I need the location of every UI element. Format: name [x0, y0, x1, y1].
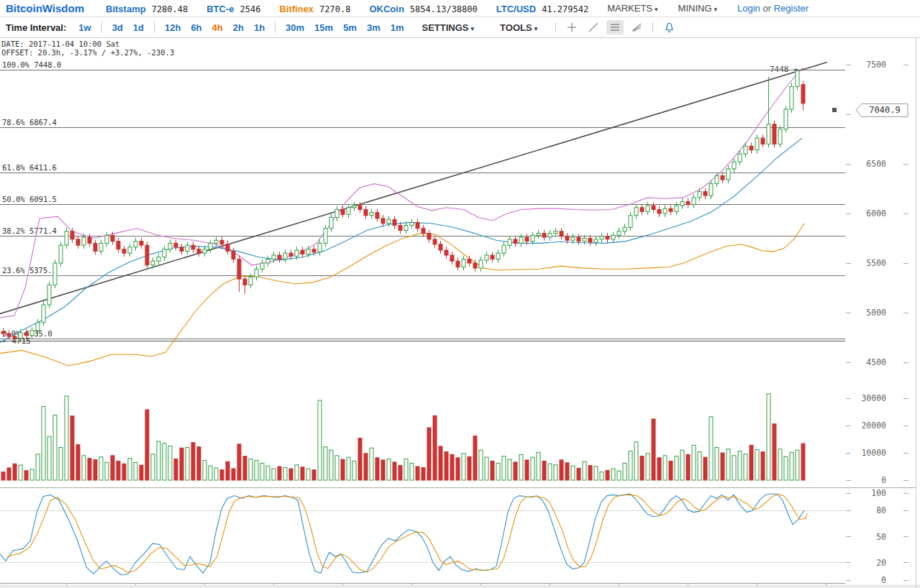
svg-text:100.0% 7448.0: 100.0% 7448.0	[2, 60, 61, 69]
svg-text:61.8% 6411.6: 61.8% 6411.6	[2, 163, 57, 172]
ticker-label[interactable]: LTC/USD	[496, 4, 536, 14]
svg-text:7040.9: 7040.9	[869, 105, 900, 115]
interval-separator	[154, 21, 155, 33]
svg-text:6500: 6500	[866, 159, 886, 169]
interval-15m[interactable]: 15m	[314, 22, 333, 33]
svg-text:100: 100	[871, 488, 886, 498]
svg-text:OFFSET: 20.3h, -3.17% / +3.27%: OFFSET: 20.3h, -3.17% / +3.27%, -230.3	[1, 48, 174, 57]
interval-3m[interactable]: 3m	[367, 22, 381, 33]
svg-text:0: 0	[881, 575, 886, 585]
interval-6h[interactable]: 6h	[191, 22, 201, 33]
bottom-scroll-strip[interactable]	[0, 585, 920, 588]
interval-2h[interactable]: 2h	[233, 22, 244, 33]
price-axis: 7500700065006000550050004500300002000010…	[846, 38, 916, 588]
ticker-value: 5854.13/38800	[410, 4, 478, 14]
site-logo[interactable]: BitcoinWisdom	[6, 2, 84, 14]
ticker-label[interactable]: BTC-e	[206, 4, 234, 14]
ticker-value: 7270.8	[319, 4, 350, 14]
pane-lines	[0, 487, 916, 563]
ticker-label[interactable]: Bitstamp	[106, 4, 146, 14]
last-price-tag: 7040.9	[832, 104, 908, 116]
chart-canvas[interactable]: 100.0% 7448.078.6% 6867.461.8% 6411.650.…	[0, 38, 920, 588]
interval-1h[interactable]: 1h	[254, 22, 265, 33]
trendline-icon	[588, 22, 598, 32]
time-interval-label: Time Interval:	[6, 22, 66, 33]
svg-text:50.0% 6091.5: 50.0% 6091.5	[2, 195, 57, 203]
svg-text:20: 20	[876, 558, 886, 568]
horizontal-line-tool-button[interactable]	[606, 20, 624, 35]
auth-links: Login or Register	[737, 3, 809, 14]
ticker-ltc-usd: LTC/USD41.279542	[496, 4, 588, 14]
interval-4h[interactable]: 4h	[212, 22, 223, 33]
volume-bars	[1, 394, 805, 480]
interval-separator	[275, 21, 275, 33]
svg-text:10000: 10000	[861, 448, 886, 458]
svg-text:7500: 7500	[866, 60, 886, 70]
chart-info: DATE: 2017-11-04 10:00 SatOFFSET: 20.3h,…	[1, 40, 174, 57]
interval-1m[interactable]: 1m	[391, 22, 404, 33]
candlesticks	[1, 70, 805, 342]
menu-mining[interactable]: MINING▾	[678, 3, 717, 14]
svg-text:30000: 30000	[861, 393, 886, 403]
interval-3d[interactable]: 3d	[112, 22, 123, 33]
ticker-value: 41.279542	[542, 4, 588, 14]
fan-lines-icon	[631, 22, 642, 32]
ticker-bitfinex: Bitfinex7270.8	[279, 4, 350, 14]
svg-text:50: 50	[876, 532, 886, 542]
chevron-down-icon: ▾	[471, 25, 475, 32]
fan-line-tool-button[interactable]	[628, 20, 645, 35]
market-tickers: Bitstamp7280.48BTC-e2546Bitfinex7270.8OK…	[106, 2, 607, 15]
svg-text:4500: 4500	[866, 357, 886, 367]
svg-text:7448 →: 7448 →	[770, 65, 798, 74]
svg-text:DATE: 2017-11-04 10:00 Sat: DATE: 2017-11-04 10:00 Sat	[1, 40, 119, 48]
ticker-label[interactable]: OKCoin	[369, 4, 404, 14]
interval-1w[interactable]: 1w	[78, 22, 91, 33]
fibonacci-levels: 100.0% 7448.078.6% 6867.461.8% 6411.650.…	[0, 60, 845, 346]
chart-toolbar: Time Interval: 1w3d1d12h6h4h2h1h30m15m5m…	[0, 17, 920, 38]
trendline-tool-button[interactable]	[585, 20, 602, 35]
menu-markets[interactable]: MARKETS▾	[607, 3, 657, 14]
interval-5m[interactable]: 5m	[343, 22, 357, 33]
svg-text:5000: 5000	[866, 308, 886, 318]
ticker-okcoin: OKCoin5854.13/38800	[369, 4, 477, 14]
ticker-label[interactable]: Bitfinex	[279, 4, 314, 14]
svg-text:5500: 5500	[866, 258, 886, 268]
interval-12h[interactable]: 12h	[165, 22, 181, 33]
ticker-value: 7280.48	[152, 4, 188, 14]
interval-30m[interactable]: 30m	[286, 22, 304, 33]
login-link[interactable]: Login	[737, 3, 760, 14]
chevron-down-icon: ▾	[655, 6, 658, 13]
svg-text:38.2% 5771.4: 38.2% 5771.4	[2, 226, 57, 235]
settings-menu[interactable]: SETTINGS▾	[422, 22, 475, 33]
ticker-bitstamp: Bitstamp7280.48	[106, 4, 188, 14]
svg-text:20000: 20000	[861, 421, 886, 431]
ticker-value: 2546	[240, 4, 261, 14]
tools-menu[interactable]: TOOLS▾	[500, 22, 537, 33]
ticker-btc-e: BTC-e2546	[206, 4, 260, 14]
plus-icon	[567, 22, 577, 32]
interval-separator	[101, 21, 102, 33]
chevron-down-icon: ▾	[714, 6, 718, 13]
toolbar-separator	[652, 22, 653, 32]
interval-buttons: 1w3d1d12h6h4h2h1h30m15m5m3m1m	[73, 21, 409, 34]
auth-or-text: or	[762, 3, 771, 14]
svg-text:78.6% 6867.4: 78.6% 6867.4	[2, 118, 57, 127]
svg-text:0: 0	[881, 475, 886, 485]
bitcoinwisdom-app: BitcoinWisdom Bitstamp7280.48BTC-e2546Bi…	[0, 0, 920, 588]
bell-icon	[664, 22, 675, 33]
peak-annotation: 7448 →	[770, 65, 798, 74]
svg-text:6000: 6000	[866, 208, 886, 219]
register-link[interactable]: Register	[774, 3, 809, 14]
chevron-down-icon: ▾	[534, 25, 538, 32]
last-price-marker-icon	[832, 108, 837, 112]
moving-average-bands	[0, 68, 804, 366]
toolbar-separator	[555, 22, 556, 32]
trend-line	[0, 63, 827, 314]
horizontal-lines-icon	[610, 23, 620, 32]
top-header: BitcoinWisdom Bitstamp7280.48BTC-e2546Bi…	[0, 0, 920, 17]
interval-1d[interactable]: 1d	[133, 22, 144, 33]
alerts-button[interactable]	[660, 20, 678, 35]
add-indicator-button[interactable]	[563, 20, 580, 35]
svg-text:80: 80	[876, 505, 886, 515]
